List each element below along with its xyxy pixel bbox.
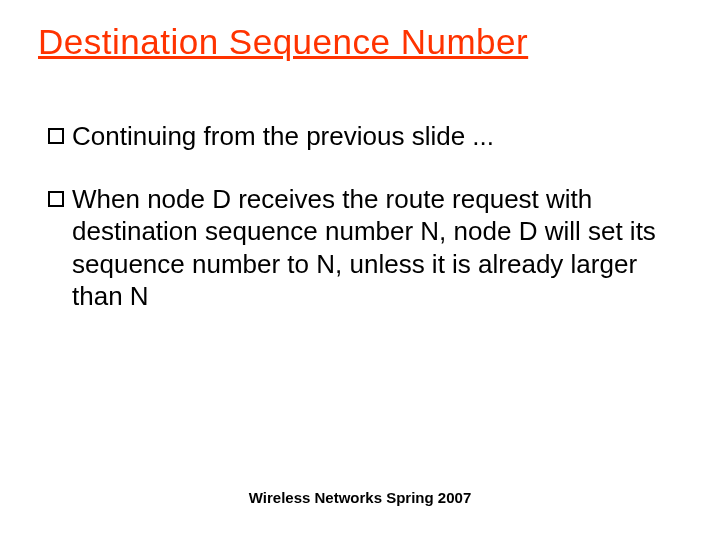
bullet-text: When node D receives the route request w… xyxy=(72,183,668,313)
bullet-item: Continuing from the previous slide ... xyxy=(48,120,668,153)
square-bullet-icon xyxy=(48,191,64,207)
bullet-item: When node D receives the route request w… xyxy=(48,183,668,313)
bullet-text: Continuing from the previous slide ... xyxy=(72,120,668,153)
slide-title: Destination Sequence Number xyxy=(38,22,528,62)
slide-footer: Wireless Networks Spring 2007 xyxy=(0,489,720,506)
slide-body: Continuing from the previous slide ... W… xyxy=(48,120,668,343)
slide: Destination Sequence Number Continuing f… xyxy=(0,0,720,540)
square-bullet-icon xyxy=(48,128,64,144)
